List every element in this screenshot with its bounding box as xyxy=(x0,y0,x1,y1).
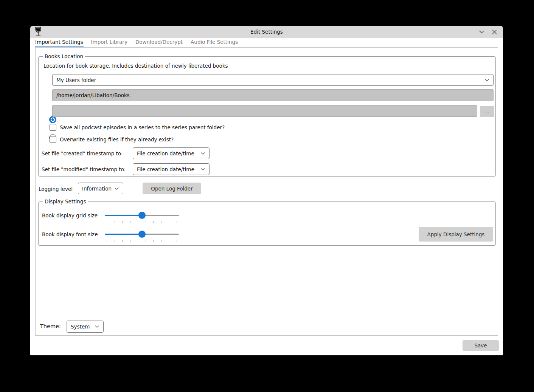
tab-download-decrypt[interactable]: Download/Decrypt xyxy=(135,38,183,48)
font-size-ticks xyxy=(107,240,177,242)
edit-settings-window: Edit Settings Important SettingsImport L… xyxy=(30,26,503,355)
chevron-down-icon xyxy=(198,168,205,171)
podcast-series-folder-label: Save all podcast episodes in a series to… xyxy=(60,124,225,131)
theme-label: Theme: xyxy=(40,323,61,329)
overwrite-files-checkbox[interactable] xyxy=(50,136,56,143)
save-button[interactable]: Save xyxy=(463,340,499,351)
theme-value: System xyxy=(71,324,90,330)
books-location-group: Books Location Location for book storage… xyxy=(38,56,496,177)
books-location-description: Location for book storage. Includes dest… xyxy=(43,63,228,69)
tab-strip: Important SettingsImport LibraryDownload… xyxy=(35,38,238,47)
title-bar: Edit Settings xyxy=(30,26,503,38)
created-timestamp-value: File creation date/time xyxy=(137,150,194,156)
browse-button[interactable]: ... xyxy=(480,106,494,117)
important-settings-panel: Books Location Location for book storage… xyxy=(35,47,498,336)
podcast-series-folder-checkbox[interactable] xyxy=(50,124,56,131)
display-settings-legend: Display Settings xyxy=(43,198,88,205)
logging-level-select[interactable]: Information xyxy=(78,183,123,194)
created-timestamp-label: Set file "created" timestamp to: xyxy=(42,150,123,156)
slider-thumb[interactable] xyxy=(138,231,146,238)
custom-path-field[interactable] xyxy=(52,105,477,117)
tab-import-library[interactable]: Import Library xyxy=(91,38,128,48)
folder-preset-value: My Users folder xyxy=(56,77,96,83)
chevron-down-icon xyxy=(482,79,489,82)
modified-timestamp-select[interactable]: File creation date/time xyxy=(133,163,210,175)
libation-wine-glass-icon xyxy=(35,27,42,37)
grid-size-slider[interactable] xyxy=(105,212,179,219)
chevron-down-icon xyxy=(92,325,99,328)
tab-important-settings[interactable]: Important Settings xyxy=(35,38,84,48)
folder-preset-select[interactable]: My Users folder xyxy=(52,74,494,86)
apply-display-settings-button[interactable]: Apply Display Settings xyxy=(419,227,493,242)
open-log-folder-button[interactable]: Open Log Folder xyxy=(143,183,201,194)
minimize-chevron-icon[interactable] xyxy=(478,28,485,35)
logging-level-value: Information xyxy=(82,186,112,192)
font-size-label: Book display font size xyxy=(42,231,98,237)
default-path-radio[interactable] xyxy=(49,116,56,123)
tab-audio-file-settings[interactable]: Audio File Settings xyxy=(190,38,238,48)
books-location-legend: Books Location xyxy=(43,53,85,59)
theme-select[interactable]: System xyxy=(67,321,104,333)
slider-fill xyxy=(105,234,142,235)
display-settings-group: Display Settings Book display grid size … xyxy=(38,201,496,246)
chevron-down-icon xyxy=(112,187,119,190)
modified-timestamp-label: Set file "modified" timestamp to: xyxy=(42,166,126,172)
grid-size-label: Book display grid size xyxy=(42,212,98,218)
close-icon[interactable] xyxy=(491,28,498,35)
overwrite-files-label: Overwrite existing files if they already… xyxy=(60,136,174,143)
window-title: Edit Settings xyxy=(30,29,503,35)
created-timestamp-select[interactable]: File creation date/time xyxy=(133,147,210,159)
modified-timestamp-value: File creation date/time xyxy=(137,166,194,172)
font-size-slider[interactable] xyxy=(105,231,179,238)
default-path-field[interactable]: /home/jordan/Libation/Books xyxy=(52,89,494,101)
logging-level-label: Logging level xyxy=(39,186,73,192)
chevron-down-icon xyxy=(198,152,205,155)
slider-thumb[interactable] xyxy=(138,212,146,219)
grid-size-ticks xyxy=(107,221,177,223)
slider-fill xyxy=(105,215,142,216)
